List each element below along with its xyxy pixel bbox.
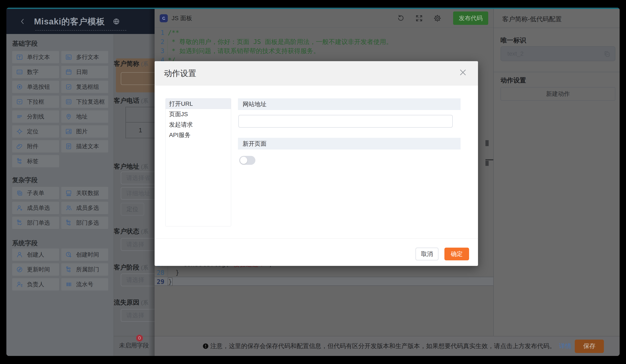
- locate-button[interactable]: 定位: [121, 203, 144, 216]
- sidebar-item-checkbox[interactable]: 复选框组: [61, 81, 108, 93]
- refresh-icon[interactable]: [396, 14, 405, 23]
- gear-icon[interactable]: [433, 14, 442, 23]
- field-churn-reason[interactable]: 流失原因(系: [114, 298, 155, 307]
- unique-id-field[interactable]: text_2: [501, 46, 615, 61]
- fullscreen-icon[interactable]: [415, 14, 423, 23]
- sidebar-item-locate[interactable]: 定位: [12, 125, 59, 138]
- sidebar-item-serial[interactable]: 流水号: [61, 278, 108, 291]
- code-line-28: 28 }: [155, 268, 493, 277]
- form-canvas: 客户简称(系 客户电话(系 1 客户地址(系 请选择省 详细地址 定位 客户状态…: [114, 34, 155, 356]
- radio-icon: [16, 83, 23, 91]
- bottom-notice-bar: 注意，这里的保存会保存代码和配置信息，但代码有区分开发版本和生产版本，如果想要代…: [155, 336, 620, 356]
- sidebar-item-dept-single[interactable]: 部门单选: [12, 217, 59, 229]
- edit-time-icon: [16, 266, 23, 273]
- url-input[interactable]: [238, 115, 453, 128]
- unique-id-value: text_2: [507, 50, 523, 57]
- sidebar-item-owner[interactable]: 负责人: [12, 278, 59, 291]
- image-icon: [65, 128, 72, 135]
- sidebar-item-label: 描述文本: [76, 142, 99, 150]
- newpage-section-label: 新开页面: [238, 138, 461, 150]
- sidebar-item-relation[interactable]: 关联数据: [61, 187, 108, 199]
- cancel-button[interactable]: 取消: [416, 248, 438, 260]
- sidebar-item-radio[interactable]: 单选按钮: [12, 81, 59, 93]
- status-select[interactable]: 请选择: [121, 238, 155, 251]
- province-select[interactable]: 请选择省: [121, 172, 155, 184]
- address-icon: [65, 113, 72, 120]
- globe-icon[interactable]: [113, 18, 120, 25]
- field-label-suffix: (系: [141, 98, 148, 104]
- sidebar-item-subform[interactable]: 子表单: [12, 187, 59, 199]
- sidebar-item-label: 复选框组: [76, 83, 99, 91]
- sidebar-item-person[interactable]: 创建人: [12, 248, 59, 261]
- sidebar-item-image[interactable]: 图片: [61, 125, 108, 138]
- unused-fields-bar[interactable]: 未启用字段 0: [114, 336, 155, 356]
- action-type-tab-4[interactable]: API服务: [166, 130, 231, 140]
- sidebar-item-textarea[interactable]: 多行文本: [61, 51, 108, 63]
- person-icon: [16, 251, 23, 258]
- minimap-mark: [485, 159, 493, 160]
- table-row[interactable]: 1: [126, 122, 155, 138]
- action-type-tab-2[interactable]: 页面JS: [166, 109, 231, 119]
- sidebar-item-select[interactable]: 下拉框: [12, 96, 59, 108]
- sidebar-item-member-multi[interactable]: 成员多选: [61, 202, 108, 214]
- sidebar-item-text[interactable]: 单行文本: [12, 51, 59, 63]
- sidebar-section-title: 系统字段: [12, 239, 38, 248]
- sidebar-item-label: 创建时间: [76, 251, 99, 259]
- sidebar-item-divider[interactable]: 分割线: [12, 110, 59, 123]
- field-label: 客户简称: [114, 60, 139, 67]
- sidebar-item-address[interactable]: 地址: [61, 110, 108, 123]
- table-row[interactable]: [126, 107, 155, 122]
- sidebar-item-multi-select[interactable]: 下拉复选框: [61, 96, 108, 108]
- field-customer-address[interactable]: 客户地址(系: [114, 162, 155, 171]
- sidebar-item-dept-tree[interactable]: 所属部门: [61, 263, 108, 276]
- sidebar-item-label: 定位: [27, 128, 39, 135]
- clock-plus-icon: [65, 251, 72, 258]
- sidebar-item-description[interactable]: 描述文本: [61, 140, 108, 153]
- sidebar-item-date[interactable]: 日期: [61, 66, 108, 78]
- address-detail-input[interactable]: 详细地址: [121, 187, 155, 200]
- field-customer-phone[interactable]: 客户电话(系: [114, 97, 155, 105]
- field-customer-stage[interactable]: 客户阶段(系: [114, 263, 155, 272]
- sidebar-item-clock-plus[interactable]: 创建时间: [61, 248, 108, 261]
- code-line-29: 29}: [155, 277, 493, 286]
- confirm-button[interactable]: 确定: [444, 248, 469, 260]
- shortname-input[interactable]: [121, 72, 155, 85]
- attachment-icon: [16, 143, 23, 150]
- divider: [494, 28, 620, 28]
- sidebar-item-attachment[interactable]: 附件: [12, 140, 59, 153]
- field-label: 客户地址: [114, 163, 139, 170]
- copy-icon[interactable]: [603, 50, 611, 58]
- publish-code-button[interactable]: 发布代码: [453, 11, 488, 25]
- action-type-tab-1[interactable]: 打开URL: [166, 99, 231, 109]
- owner-icon: [16, 281, 23, 288]
- new-action-button[interactable]: 新建动作: [501, 87, 615, 101]
- newpage-toggle[interactable]: [239, 156, 255, 165]
- close-icon[interactable]: [458, 67, 468, 78]
- title-underline: [35, 30, 126, 31]
- scrollbar-thumb[interactable]: [485, 140, 489, 146]
- sidebar-item-tag-tree[interactable]: 标签: [12, 155, 59, 167]
- sidebar-item-edit-time[interactable]: 更新时间: [12, 263, 59, 276]
- action-settings-modal: 动作设置 打开URL页面JS发起请求API服务 网站地址 新开页面 取消 确定: [155, 61, 478, 266]
- field-label-suffix: (系: [141, 265, 148, 271]
- stage-select[interactable]: 请选择: [121, 273, 155, 286]
- save-button[interactable]: 保存: [575, 340, 604, 353]
- placeholder: 请选择: [126, 311, 144, 319]
- divider-icon: [16, 113, 23, 120]
- template-header: Misaki的客户模板: [6, 9, 155, 34]
- sidebar-item-label: 部门单选: [27, 219, 50, 227]
- sidebar-item-member-single[interactable]: 成员单选: [12, 202, 59, 214]
- unique-id-label: 唯一标识: [501, 36, 526, 45]
- back-icon[interactable]: [19, 18, 26, 25]
- field-label: 客户阶段: [114, 264, 139, 271]
- field-customer-shortname[interactable]: 客户简称(系: [114, 60, 155, 68]
- action-type-tab-3[interactable]: 发起请求: [166, 119, 231, 130]
- field-label-suffix: (系: [141, 164, 148, 170]
- sidebar-item-number[interactable]: 123数字: [12, 66, 59, 78]
- field-customer-status[interactable]: 客户状态(系: [114, 227, 155, 236]
- sidebar-item-dept-multi[interactable]: 部门多选: [61, 217, 108, 229]
- details-link[interactable]: 详情: [559, 342, 571, 350]
- serial-icon: [65, 281, 72, 288]
- phone-subtable[interactable]: 1: [125, 107, 155, 138]
- churn-select[interactable]: 请选择: [121, 309, 155, 322]
